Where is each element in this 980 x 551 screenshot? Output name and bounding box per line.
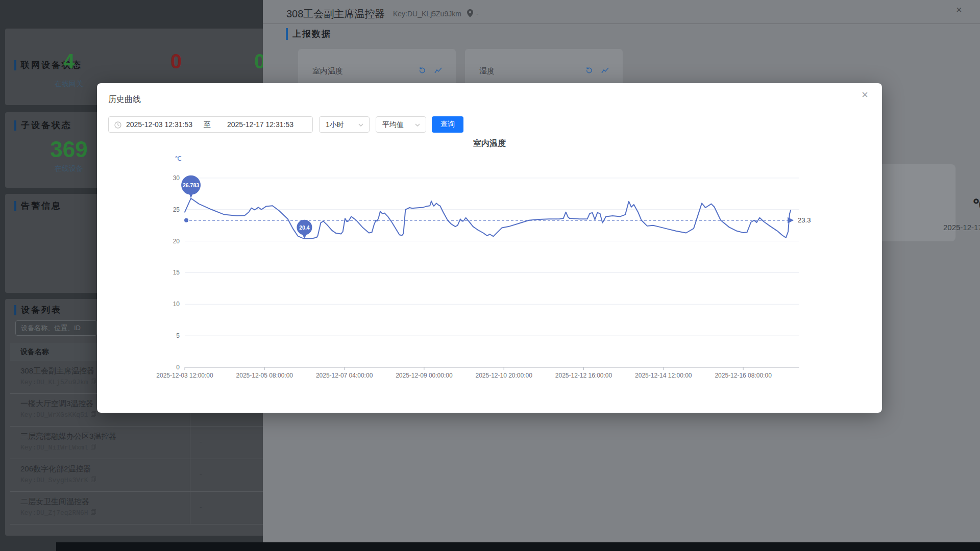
drawer-location: - [476, 10, 479, 18]
svg-text:2025-12-10 20:00:00: 2025-12-10 20:00:00 [475, 372, 532, 379]
temperature-unit: ℃ [972, 196, 980, 214]
panel-alarm-info-title: 告警信息 [14, 201, 62, 211]
device-key: Key:DU_NiIWrLWxml [20, 444, 96, 452]
svg-text:2025-12-16 08:00:00: 2025-12-16 08:00:00 [715, 372, 772, 379]
device-name: 一楼大厅空调3温控器 [20, 399, 93, 409]
drawer-close-icon[interactable]: × [956, 4, 962, 16]
date-end-value[interactable]: 2025-12-17 12:31:53 [227, 120, 293, 129]
chart-unit-label: ℃ [158, 155, 182, 162]
close-icon[interactable]: × [862, 88, 868, 102]
chevron-down-icon [358, 123, 363, 127]
bottom-bar [56, 542, 980, 551]
svg-text:2025-12-12 16:00:00: 2025-12-12 16:00:00 [555, 372, 612, 379]
device-key: Key:DU_Zj7eq2RN6H [20, 509, 96, 517]
panel-subdevice-status-title: 子设备状态 [14, 120, 72, 131]
stat-online-devices-label: 在线设备 [33, 164, 105, 173]
line-chart-icon[interactable] [434, 66, 443, 74]
drawer-device-key: Key:DU_KLj5Zu9Jkm [393, 10, 461, 18]
device-name: 308工会副主席温控器 [20, 366, 94, 376]
interval-select-value: 1小时 [326, 120, 344, 130]
svg-text:15: 15 [173, 269, 180, 276]
device-name: 206数字化部2温控器 [20, 464, 91, 474]
device-table-header-label: 设备名称 [20, 347, 49, 357]
svg-text:2025-12-05 08:00:00: 2025-12-05 08:00:00 [236, 372, 293, 379]
panel-device-list-title: 设备列表 [14, 305, 62, 315]
svg-text:2025-12-07 04:00:00: 2025-12-07 04:00:00 [316, 372, 373, 379]
line-chart-icon[interactable] [601, 66, 609, 74]
svg-text:25: 25 [173, 206, 180, 213]
clock-icon [114, 121, 121, 129]
svg-text:10: 10 [173, 300, 180, 308]
card-indoor-temperature-label: 室内温度 [312, 66, 343, 76]
device-row[interactable]: 二层女卫生间温控器 Key:DU_Zj7eq2RN6H - [10, 492, 276, 524]
history-icon[interactable] [585, 66, 593, 74]
svg-text:2025-12-09 00:00:00: 2025-12-09 00:00:00 [396, 372, 453, 379]
stat-online-devices: 369 [33, 137, 105, 162]
location-pin-icon [467, 9, 473, 17]
history-icon[interactable] [418, 66, 426, 74]
date-separator: 至 [204, 120, 211, 130]
copy-icon[interactable] [91, 477, 96, 483]
chart-title: 室内温度 [97, 138, 882, 149]
drawer-title: 308工会副主席温控器 [286, 7, 385, 21]
device-name: 二层女卫生间温控器 [20, 497, 89, 507]
svg-text:0: 0 [176, 364, 180, 371]
svg-text:30: 30 [173, 174, 180, 182]
section-report-title: 上报数据 [286, 28, 331, 40]
aggregate-select-value: 平均值 [382, 120, 404, 130]
svg-text:26.783: 26.783 [183, 182, 199, 188]
stat-online-gateways-label: 在线网关 [38, 80, 100, 89]
stat-offline-gateways: 0 [145, 50, 207, 73]
svg-text:20: 20 [173, 238, 180, 245]
device-search-input[interactable]: 设备名称、位置、ID [15, 320, 97, 336]
svg-text:20.4: 20.4 [299, 224, 310, 231]
drawer-header-divider [263, 23, 980, 24]
history-curve-modal: 历史曲线 × 2025-12-03 12:31:53 至 2025-12-17 … [97, 83, 882, 413]
svg-text:23.3: 23.3 [798, 216, 811, 224]
device-row[interactable]: 206数字化部2温控器 Key:DU_SvygHs3VrK - [10, 459, 276, 492]
aggregate-select[interactable]: 平均值 [376, 116, 426, 133]
date-start-value[interactable]: 2025-12-03 12:31:53 [126, 120, 192, 129]
modal-title: 历史曲线 [108, 94, 141, 105]
device-key: Key:DU_KLj5Zu9Jkm [20, 379, 96, 386]
device-key: Key:DU_WrXGsKKq51 [20, 411, 96, 419]
copy-icon[interactable] [91, 411, 96, 417]
device-name: 三层亮德融媒办公区3温控器 [20, 432, 116, 441]
chevron-down-icon [415, 123, 420, 127]
svg-text:2025-12-03 12:00:00: 2025-12-03 12:00:00 [156, 372, 213, 379]
device-row[interactable]: 三层亮德融媒办公区3温控器 Key:DU_NiIWrLWxml - [10, 427, 276, 459]
query-button[interactable]: 查询 [432, 116, 463, 133]
date-range-input[interactable]: 2025-12-03 12:31:53 至 2025-12-17 12:31:5… [108, 116, 313, 133]
svg-text:2025-12-14 12:00:00: 2025-12-14 12:00:00 [635, 372, 692, 379]
card-humidity-label: 湿度 [479, 66, 495, 76]
copy-icon[interactable] [91, 444, 96, 450]
copy-icon[interactable] [91, 379, 96, 385]
copy-icon[interactable] [91, 509, 96, 515]
device-key: Key:DU_SvygHs3VrK [20, 477, 96, 484]
temperature-timestamp: 2025-12-17 12:17:04.903 [943, 223, 980, 232]
interval-select[interactable]: 1小时 [319, 116, 370, 133]
stat-online-gateways: 4 [38, 50, 100, 73]
svg-text:5: 5 [176, 332, 180, 339]
